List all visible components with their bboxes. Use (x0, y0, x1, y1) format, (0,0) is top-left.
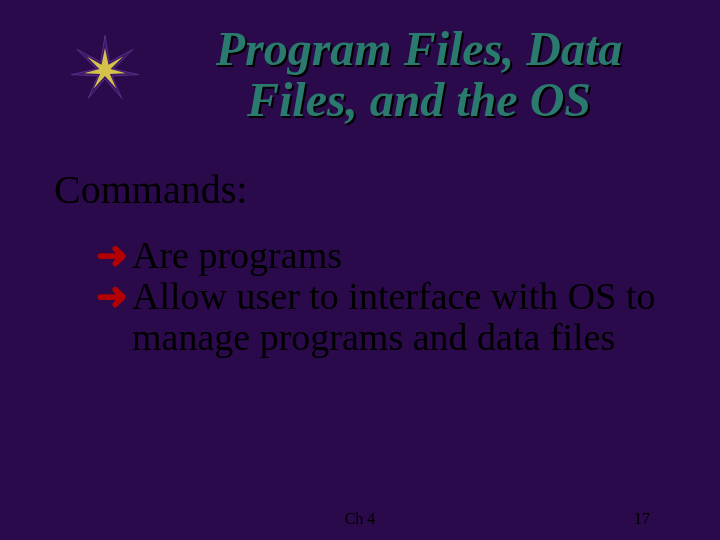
bullet-text: Allow user to interface with OS to manag… (132, 276, 660, 358)
footer: Ch 4 17 (0, 510, 720, 528)
arrow-icon: ➜ (96, 276, 128, 317)
subheading: Commands: (54, 166, 680, 213)
page-number: 17 (634, 510, 650, 528)
list-item: ➜ Are programs (96, 235, 660, 276)
starburst-icon (70, 34, 140, 104)
bullet-list: ➜ Are programs ➜ Allow user to interface… (96, 235, 660, 358)
slide-title: Program Files, Data Files, and the OS (158, 24, 680, 126)
svg-marker-1 (84, 48, 126, 89)
list-item: ➜ Allow user to interface with OS to man… (96, 276, 660, 358)
footer-chapter: Ch 4 (345, 510, 376, 528)
title-row: Program Files, Data Files, and the OS (40, 24, 680, 126)
arrow-icon: ➜ (96, 235, 128, 276)
bullet-text: Are programs (132, 235, 660, 276)
slide: Program Files, Data Files, and the OS Co… (0, 0, 720, 540)
